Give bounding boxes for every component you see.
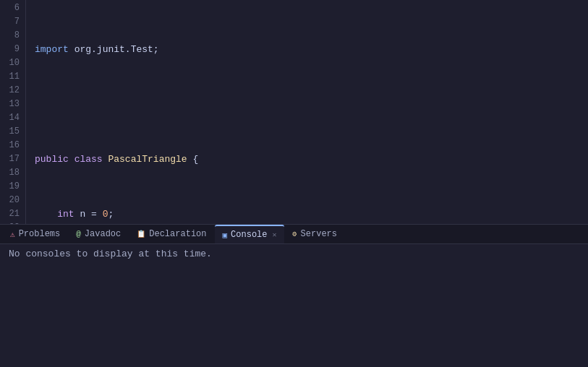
line-numbers: 6 7 8 9 10 11 12 13 14 15 16 17 18 19 20… bbox=[0, 0, 26, 224]
code-line-8: public class PascalTriangle { bbox=[35, 152, 588, 166]
console-message: No consoles to display at this time. bbox=[9, 249, 212, 259]
tab-javadoc-label: Javadoc bbox=[85, 229, 121, 239]
servers-icon: ⚙ bbox=[293, 230, 297, 238]
problems-icon: ⚠ bbox=[10, 230, 15, 239]
tab-console-label: Console bbox=[231, 230, 267, 240]
console-icon: ▣ bbox=[222, 230, 227, 240]
declaration-icon: 📋 bbox=[137, 230, 145, 238]
console-area: No consoles to display at this time. bbox=[0, 244, 588, 353]
bottom-panel: ⚠ Problems @ Javadoc 📋 Declaration ▣ Con… bbox=[0, 224, 588, 353]
tab-javadoc[interactable]: @ Javadoc bbox=[69, 225, 128, 243]
editor-area[interactable]: 6 7 8 9 10 11 12 13 14 15 16 17 18 19 20… bbox=[0, 0, 588, 224]
code-line-6: import org.junit.Test; bbox=[35, 43, 588, 56]
code-line-9: int n = 0; bbox=[35, 207, 588, 221]
tab-declaration[interactable]: 📋 Declaration bbox=[129, 225, 213, 243]
tab-servers[interactable]: ⚙ Servers bbox=[286, 225, 344, 243]
tab-console[interactable]: ▣ Console ✕ bbox=[215, 225, 284, 243]
tab-declaration-label: Declaration bbox=[149, 229, 206, 239]
tab-console-close[interactable]: ✕ bbox=[273, 230, 277, 239]
tab-problems-label: Problems bbox=[19, 229, 61, 239]
code-line-7 bbox=[35, 98, 588, 111]
tab-servers-label: Servers bbox=[301, 229, 337, 239]
tab-bar: ⚠ Problems @ Javadoc 📋 Declaration ▣ Con… bbox=[0, 224, 588, 244]
javadoc-icon: @ bbox=[76, 230, 81, 238]
code-content[interactable]: import org.junit.Test; public class Pasc… bbox=[26, 0, 588, 224]
tab-problems[interactable]: ⚠ Problems bbox=[3, 225, 67, 243]
